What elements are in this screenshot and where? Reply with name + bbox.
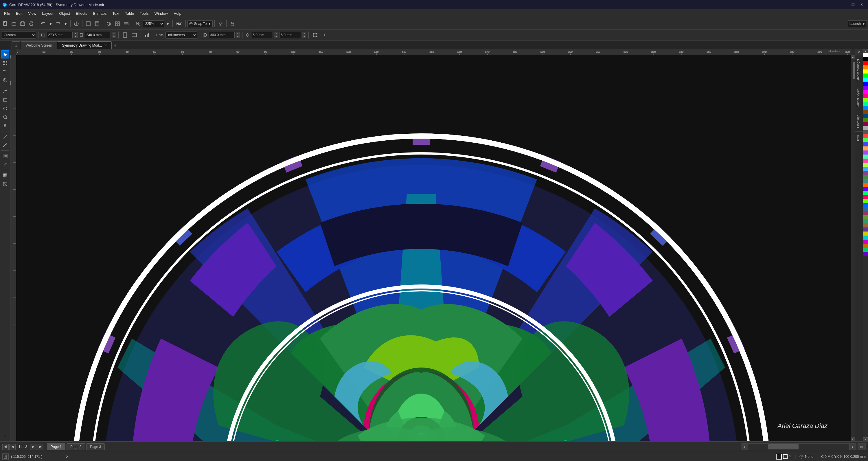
polygon-tool[interactable] bbox=[1, 113, 9, 121]
canvas[interactable]: Ariel Garaza Diaz bbox=[16, 55, 850, 441]
color-pink[interactable] bbox=[863, 94, 868, 98]
grid-view-button[interactable] bbox=[114, 20, 122, 28]
color-deep-orange[interactable] bbox=[863, 183, 868, 187]
menu-bitmaps[interactable]: Bitmaps bbox=[90, 10, 110, 17]
position-x-input[interactable] bbox=[209, 32, 235, 38]
panel-object-manager[interactable]: Object Manager bbox=[855, 55, 863, 85]
color-olive-green[interactable] bbox=[863, 215, 868, 219]
menu-edit[interactable]: Edit bbox=[13, 10, 25, 17]
color-azure[interactable] bbox=[863, 203, 868, 207]
color-rose[interactable] bbox=[863, 195, 868, 199]
color-white[interactable] bbox=[863, 53, 868, 57]
menu-tools[interactable]: Tools bbox=[137, 10, 151, 17]
save-button[interactable] bbox=[19, 20, 27, 28]
page-layout-button[interactable] bbox=[143, 31, 151, 39]
color-tan[interactable] bbox=[863, 223, 868, 227]
landscape-button[interactable] bbox=[130, 31, 138, 39]
scroll-down-button[interactable]: ▼ bbox=[851, 437, 855, 441]
color-dark-blue[interactable] bbox=[863, 114, 868, 118]
width-down[interactable]: ▼ bbox=[74, 35, 78, 38]
color-dark-purple[interactable] bbox=[863, 171, 868, 175]
redo-button[interactable] bbox=[54, 20, 62, 28]
nudge-down[interactable]: ▼ bbox=[274, 35, 278, 38]
menu-window[interactable]: Window bbox=[152, 10, 171, 17]
transparency-tool[interactable] bbox=[1, 180, 9, 188]
width-up[interactable]: ▲ bbox=[74, 32, 78, 35]
color-deep-purple[interactable] bbox=[863, 252, 868, 256]
add-tool-button[interactable]: + bbox=[1, 432, 9, 440]
menu-text[interactable]: Text bbox=[110, 10, 122, 17]
zoom-out-button[interactable] bbox=[134, 20, 142, 28]
view-mode-button[interactable] bbox=[105, 20, 113, 28]
restore-button[interactable]: ❐ bbox=[849, 1, 857, 8]
color-black[interactable] bbox=[863, 57, 868, 61]
color-light-blue2[interactable] bbox=[863, 143, 868, 147]
menu-table[interactable]: Table bbox=[122, 10, 137, 17]
home-tab[interactable]: ⌂ bbox=[11, 41, 20, 49]
color-magenta[interactable] bbox=[863, 90, 868, 94]
color-fuchsia[interactable] bbox=[863, 240, 868, 244]
redo-dropdown[interactable]: ▼ bbox=[63, 20, 69, 28]
menu-file[interactable]: File bbox=[1, 10, 13, 17]
last-page-button[interactable]: |▶ bbox=[37, 443, 43, 450]
zoom-to-fit-button[interactable]: ⊞ bbox=[858, 443, 866, 450]
page-tab-3[interactable]: Page 3 bbox=[86, 443, 105, 450]
zoom-dropdown-btn[interactable]: ▼ bbox=[165, 20, 171, 28]
document-size-dropdown[interactable]: Custom A4 Letter bbox=[1, 32, 36, 38]
color-muted-green[interactable] bbox=[863, 175, 868, 179]
color-sky-blue[interactable] bbox=[863, 167, 868, 171]
close-button[interactable]: ✕ bbox=[858, 1, 866, 8]
interactive-fill-tool[interactable] bbox=[1, 171, 9, 179]
color-lavender[interactable] bbox=[863, 151, 868, 155]
color-indigo[interactable] bbox=[863, 187, 868, 191]
pdf-button[interactable]: PDF bbox=[175, 20, 184, 28]
color-raspberry[interactable] bbox=[863, 211, 868, 215]
print-button[interactable] bbox=[27, 20, 35, 28]
color-light-blue[interactable] bbox=[863, 106, 868, 110]
color-peach[interactable] bbox=[863, 147, 868, 151]
menu-object[interactable]: Object bbox=[56, 10, 73, 17]
color-violet[interactable] bbox=[863, 227, 868, 232]
color-dark-green[interactable] bbox=[863, 118, 868, 122]
menu-help[interactable]: Help bbox=[171, 10, 184, 17]
freehand-tool[interactable] bbox=[1, 87, 9, 95]
page-frame-button[interactable] bbox=[84, 20, 92, 28]
zoom-tool[interactable] bbox=[1, 76, 9, 85]
eyedropper-tool[interactable] bbox=[1, 161, 9, 169]
color-cyan[interactable] bbox=[863, 78, 868, 82]
palette-scroll-up[interactable]: ▲ bbox=[863, 49, 868, 53]
color-light-red[interactable] bbox=[863, 134, 868, 138]
scroll-up-button[interactable]: ▲ bbox=[851, 55, 855, 59]
nudge-input[interactable] bbox=[251, 32, 273, 38]
scrollbar-horizontal[interactable]: ◀ ▶ bbox=[741, 443, 857, 450]
new-button[interactable] bbox=[1, 20, 9, 28]
color-green[interactable] bbox=[863, 73, 868, 78]
color-chartreuse[interactable] bbox=[863, 199, 868, 203]
portrait-button[interactable] bbox=[121, 31, 129, 39]
color-muted-teal[interactable] bbox=[863, 179, 868, 183]
nudge2-up[interactable]: ▲ bbox=[302, 32, 306, 35]
symmetry-button[interactable] bbox=[72, 20, 81, 28]
color-red[interactable] bbox=[863, 61, 868, 65]
scroll-right-button[interactable]: ▶ bbox=[849, 443, 856, 450]
color-blue[interactable] bbox=[863, 82, 868, 86]
transform-button[interactable] bbox=[311, 31, 319, 39]
menu-view[interactable]: View bbox=[25, 10, 39, 17]
calligraphy-tool[interactable] bbox=[1, 141, 9, 149]
nudge2-down[interactable]: ▼ bbox=[302, 35, 306, 38]
color-teal[interactable] bbox=[863, 102, 868, 106]
open-button[interactable] bbox=[10, 20, 18, 28]
pen-tool[interactable] bbox=[1, 132, 9, 141]
crop-tool[interactable] bbox=[1, 68, 9, 76]
add-tab-button[interactable]: + bbox=[112, 42, 119, 49]
height-up[interactable]: ▲ bbox=[112, 32, 116, 35]
launch-dropdown[interactable]: Launch ▼ bbox=[848, 20, 867, 27]
scroll-thumb-v[interactable] bbox=[853, 62, 855, 79]
panel-envelope[interactable]: Envelope bbox=[855, 111, 863, 131]
panel-close-button[interactable]: ✕ bbox=[855, 49, 863, 55]
statusbar-doc-icon[interactable] bbox=[2, 454, 9, 460]
color-sea-green[interactable] bbox=[863, 219, 868, 223]
color-aqua[interactable] bbox=[863, 236, 868, 240]
color-steel-blue[interactable] bbox=[863, 207, 868, 211]
color-brown[interactable] bbox=[863, 110, 868, 114]
